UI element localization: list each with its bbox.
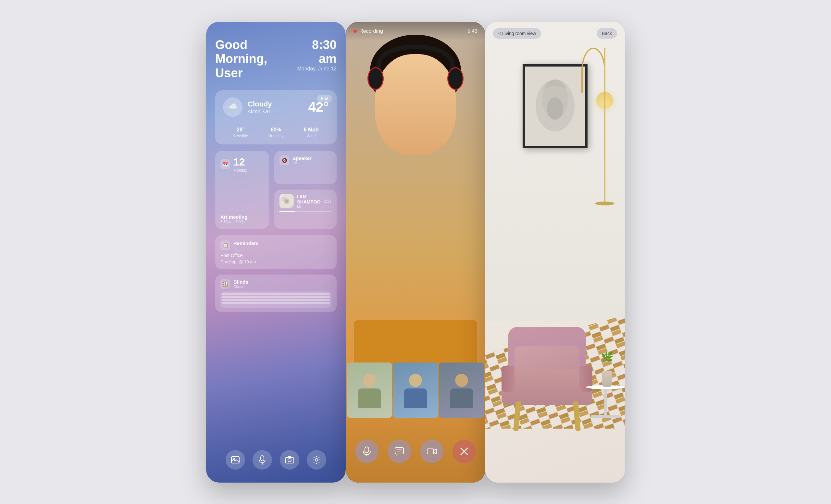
- blind-slat: [222, 293, 330, 295]
- weather-wind: 6 Mph Wind: [304, 127, 319, 139]
- svg-point-11: [315, 458, 318, 461]
- weather-stats: 28° Sensible 60% Humidity 6 Mph Wind: [223, 122, 329, 139]
- music-thumbnail: [280, 194, 294, 208]
- room-photo: 🌿: [485, 22, 625, 482]
- gallery-nav-button[interactable]: [226, 450, 245, 470]
- recording-label: Recording: [359, 28, 383, 34]
- widget-grid: 📅 12 Monday Art meeting 3:30pm - 5:00pm …: [215, 151, 337, 229]
- time-block: 8:30 am Monday, June 12: [295, 38, 337, 72]
- vase-body: [602, 370, 612, 387]
- svg-rect-18: [427, 449, 434, 454]
- svg-point-28: [547, 97, 563, 120]
- recording-indicator: Recording: [353, 28, 383, 34]
- blinds-title: Blinds: [233, 279, 248, 285]
- greeting-block: Good Morning, User: [215, 38, 295, 81]
- music-info: I AM SHAMPOO Mi: [297, 194, 320, 208]
- armchair: [502, 327, 593, 431]
- participant-thumb-1[interactable]: [347, 362, 392, 418]
- reminder-item-1: Post Office: [221, 253, 332, 258]
- speaker-icon: 🔇: [280, 155, 289, 165]
- floor-lamp: [604, 48, 605, 204]
- end-call-button[interactable]: [453, 440, 476, 463]
- music-progress-fill: [280, 211, 295, 212]
- calendar-icon: 📅: [221, 159, 230, 169]
- picture-art: [525, 66, 585, 146]
- lamp-arch: [581, 48, 605, 93]
- speaker-header: 🔇 Speaker Off: [280, 155, 332, 165]
- speaker-title: Speaker: [292, 155, 311, 161]
- participant-thumb-2[interactable]: [393, 362, 438, 418]
- weather-location: Akron, OH: [248, 109, 272, 114]
- bottom-nav: [215, 444, 337, 473]
- blind-slat: [222, 299, 330, 301]
- back-button[interactable]: Back: [597, 28, 617, 39]
- home-header: Good Morning, User 8:30 am Monday, June …: [215, 38, 337, 81]
- svg-rect-6: [261, 456, 264, 461]
- camera-button[interactable]: [420, 440, 443, 463]
- reminders-header: 📋 Reminders 2: [221, 240, 332, 250]
- headphone-right-cup: [447, 67, 463, 90]
- lamp-pole: [604, 48, 605, 204]
- picture-frame: [523, 64, 588, 148]
- blind-slat: [222, 296, 330, 298]
- calendar-day-num: 12: [233, 156, 247, 168]
- plant-stems: 🌿: [601, 351, 613, 362]
- table-leg: [604, 389, 607, 415]
- svg-point-2: [286, 200, 288, 202]
- chair-arm-left: [502, 366, 515, 392]
- weather-sensible: 28° Sensible: [233, 127, 248, 139]
- blinds-status: Closed: [233, 285, 248, 289]
- weather-main: ☁️ Cloudy Akron, OH 42°: [223, 97, 329, 117]
- living-room-back-button[interactable]: < Living room view: [493, 28, 541, 39]
- cloud-icon: ☁️: [223, 97, 242, 117]
- mute-button[interactable]: [355, 440, 378, 463]
- settings-nav-button[interactable]: [307, 450, 326, 470]
- headphone-left-cup: [368, 67, 384, 90]
- camera-nav-button[interactable]: [280, 450, 299, 470]
- music-title: I AM SHAMPOO: [297, 194, 320, 204]
- headphone-band: [376, 45, 455, 83]
- reminder-item-2: Doc Appt @ 10 am: [221, 259, 332, 264]
- mic-nav-button[interactable]: [253, 450, 272, 470]
- date-display: Monday, June 12: [295, 66, 337, 72]
- lamp-base: [595, 202, 614, 205]
- plant-vase: 🌿: [601, 370, 613, 387]
- reminders-title: Reminders: [233, 240, 259, 246]
- svg-point-10: [288, 458, 291, 462]
- svg-point-3: [282, 197, 287, 201]
- call-timer: 5:43: [467, 28, 478, 34]
- music-widget[interactable]: I AM SHAMPOO Mi 2:21: [274, 189, 337, 229]
- smart-home-screen: 🌿 < Living room view Back: [485, 22, 625, 482]
- chair-leg-left: [513, 402, 521, 431]
- weather-info: Cloudy Akron, OH: [248, 100, 272, 114]
- table-base: [591, 415, 620, 418]
- speaker-widget[interactable]: 🔇 Speaker Off: [274, 151, 337, 185]
- blind-slat: [222, 302, 330, 304]
- video-call-screen: Recording 5:43: [346, 22, 485, 482]
- weather-humidity: 60% Humidity: [268, 127, 284, 139]
- svg-rect-12: [365, 447, 369, 453]
- participant-thumb-3[interactable]: [439, 362, 484, 418]
- blinds-icon: 🪟: [221, 279, 230, 289]
- call-controls: [346, 440, 485, 463]
- reminders-widget[interactable]: 📋 Reminders 2 Post Office Doc Appt @ 10 …: [215, 235, 337, 269]
- recording-bar: Recording 5:43: [346, 22, 485, 40]
- recording-dot: [353, 30, 357, 33]
- reminders-icon: 📋: [221, 240, 230, 250]
- chair-leg-right: [573, 402, 581, 431]
- calendar-widget[interactable]: 📅 12 Monday Art meeting 3:30pm - 5:00pm: [215, 151, 269, 229]
- music-subtitle: Mi: [297, 204, 320, 208]
- music-progress-bar: [280, 211, 332, 212]
- blinds-header: 🪟 Blinds Closed: [221, 279, 332, 289]
- blinds-widget[interactable]: 🪟 Blinds Closed: [215, 274, 337, 312]
- edit-button[interactable]: Edit: [317, 95, 332, 102]
- calendar-header: 📅 12 Monday: [221, 156, 264, 173]
- side-table: [586, 385, 625, 424]
- event-time: 3:30pm - 5:00pm: [221, 220, 264, 224]
- thumbnails-row: [346, 362, 485, 418]
- time-display: 8:30 am: [295, 38, 337, 66]
- greeting-text: Good Morning, User: [215, 38, 295, 81]
- weather-widget: Edit ☁️ Cloudy Akron, OH 42° 28° Sensibl…: [215, 90, 337, 144]
- calendar-day-name: Monday: [233, 168, 247, 173]
- chat-button[interactable]: [388, 440, 411, 463]
